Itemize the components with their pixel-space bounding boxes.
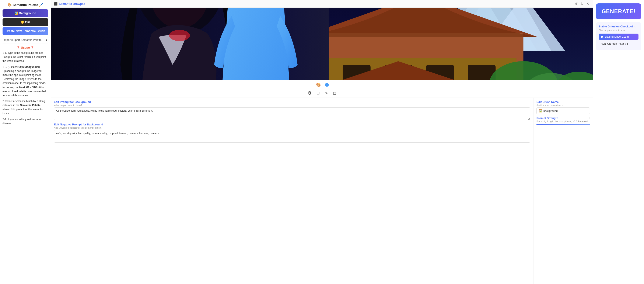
drawpad-title-label: Semantic Drawpad (59, 2, 85, 6)
checkpoint-blazing-label: Blazing Drive V11m (604, 35, 629, 38)
edit-prompt-section: Edit Prompt for Background What do you w… (54, 100, 530, 121)
crop-tool-icon[interactable]: ⊡ (316, 90, 320, 96)
prompt-strength-section: Prompt Strength 1 Blends fg & bg in the … (536, 116, 590, 125)
triangle-left-icon: ◀ (45, 38, 47, 42)
edit-negative-title: Edit Negative Prompt for Background (54, 123, 530, 126)
drawpad-header: ⬛ Semantic Drawpad ↺ ↻ ✕ (51, 0, 593, 8)
mask-blur-label: Mask Blur STD (19, 86, 37, 89)
brush-name-section: Edit Brush Name Just for your convenienc… (536, 100, 590, 114)
checkpoint-option-blazing[interactable]: Blazing Drive V11m (598, 34, 638, 40)
color-dot[interactable] (325, 83, 329, 87)
drawpad-square-icon: ⬛ (54, 2, 58, 6)
brush-name-title: Edit Brush Name (536, 100, 590, 103)
toolbar-row-1: 🎨 (51, 80, 593, 89)
usage-item-1: 1-1. Type in the background prompt. Back… (2, 51, 48, 63)
prompt-strength-title: Prompt Strength (536, 116, 558, 120)
palette-icon[interactable]: 🎨 (315, 82, 322, 88)
redo-button[interactable]: ↻ (580, 1, 584, 6)
checkpoint-hint: Choose your favorite style. (598, 29, 638, 32)
usage-item-3: 2. Select a semantic brush by clicking o… (2, 99, 48, 116)
girl-button[interactable]: 😊 Girl (2, 18, 48, 26)
prompt-area: Edit Prompt for Background What do you w… (51, 98, 593, 284)
canvas-area[interactable] (51, 8, 593, 80)
radio-dot-active (601, 36, 603, 38)
semantic-palette-ref: Semantic Palette (20, 104, 40, 107)
checkpoint-option-pixar[interactable]: Real Cartoon Pixar V5 (598, 41, 638, 47)
drawpad-title: ⬛ Semantic Drawpad (54, 2, 85, 6)
edit-prompt-textarea[interactable]: <span data-bind="center_bottom.edit_prom… (54, 107, 530, 120)
strength-row: Prompt Strength 1 (536, 116, 590, 120)
undo-button[interactable]: ↺ (574, 1, 578, 6)
prompt-strength-hint: Blends fg & bg in the prompt level, >0.8… (536, 120, 590, 123)
usage-text: 1-1. Type in the background prompt. Back… (2, 51, 48, 125)
usage-title: ❓ Usage ❓ (2, 46, 48, 49)
drawpad-actions: ↺ ↻ ✕ (574, 1, 590, 6)
checkpoint-section: Stable Diffusion Checkpoint Choose your … (596, 22, 641, 50)
create-brush-button[interactable]: Create New Semantic Brush (2, 27, 48, 35)
import-export-row[interactable]: Import/Export Semantic Palette ◀ (2, 36, 48, 44)
right-panel: GENERATE! Stable Diffusion Checkpoint Ch… (593, 0, 644, 284)
usage-item-2: 1-2. (Optional: Inpainting mode) Uploadi… (2, 65, 48, 98)
left-panel: 🎨 Semantic Palette 🖌️ 🖼️ Background 😊 Gi… (0, 0, 51, 284)
usage-item-4: 2-1. If you are willing to draw more div… (2, 117, 48, 125)
center-panel: ⬛ Semantic Drawpad ↺ ↻ ✕ (51, 0, 593, 284)
prompt-left: Edit Prompt for Background What do you w… (51, 98, 534, 284)
edit-negative-textarea[interactable]: <span data-bind="center_bottom.edit_nega… (54, 130, 530, 143)
edit-prompt-title: Edit Prompt for Background (54, 100, 530, 103)
canvas-svg (51, 8, 593, 80)
edit-negative-prompt-section: Edit Negative Prompt for Background Add … (54, 123, 530, 143)
strength-bar[interactable] (536, 124, 590, 125)
image-tool-icon[interactable]: 🖼 (307, 90, 312, 96)
checkpoint-title: Stable Diffusion Checkpoint (598, 25, 638, 28)
inpainting-mode-label: Inpainting mode (19, 65, 39, 68)
background-button[interactable]: 🖼️ Background (2, 9, 48, 17)
svg-point-39 (169, 30, 190, 41)
checkpoint-pixar-label: Real Cartoon Pixar V5 (601, 42, 628, 45)
toolbar-row-2: 🖼 ⊡ ✎ ◻ (51, 89, 593, 98)
close-button[interactable]: ✕ (586, 1, 590, 6)
edit-prompt-hint: What do you want to draw? (54, 104, 530, 106)
generate-button[interactable]: GENERATE! (596, 4, 641, 19)
prompt-strength-value: 1 (588, 117, 590, 120)
import-export-label: Import/Export Semantic Palette (4, 38, 42, 42)
edit-negative-hint: Add unwanted objects for this semantic b… (54, 126, 530, 129)
brush-name-input[interactable] (536, 107, 590, 114)
pen-tool-icon[interactable]: ✎ (324, 90, 329, 96)
strength-fill (536, 124, 590, 125)
panel-title: 🎨 Semantic Palette 🖌️ (2, 3, 48, 7)
eraser-tool-icon[interactable]: ◻ (332, 90, 337, 96)
brush-name-hint: Just for your convenience. (536, 104, 590, 106)
usage-section: ❓ Usage ❓ 1-1. Type in the background pr… (2, 46, 48, 281)
prompt-right: Edit Brush Name Just for your convenienc… (534, 98, 593, 284)
